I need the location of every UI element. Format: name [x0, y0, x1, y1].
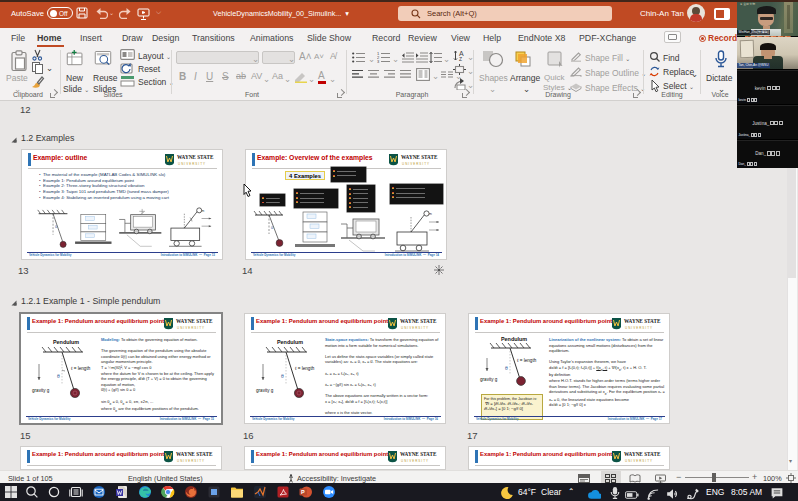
svg-text:P: P [301, 489, 305, 495]
svg-text:UNIVERSITY: UNIVERSITY [625, 326, 653, 330]
svg-text:WAYNE STATE: WAYNE STATE [624, 451, 661, 457]
svg-text:UNIVERSITY: UNIVERSITY [625, 459, 653, 463]
svg-text:WAYNE STATE: WAYNE STATE [176, 451, 213, 457]
svg-text:UNIVERSITY: UNIVERSITY [177, 459, 205, 463]
svg-text:gravity g: gravity g [32, 388, 50, 393]
svg-text:UNIVERSITY: UNIVERSITY [401, 459, 429, 463]
svg-text:UNIVERSITY: UNIVERSITY [178, 162, 206, 166]
svg-text:WAYNE STATE: WAYNE STATE [401, 154, 438, 160]
svg-text:UNIVERSITY: UNIVERSITY [401, 326, 429, 330]
svg-text:θ: θ [55, 225, 57, 229]
svg-text:WAYNE STATE: WAYNE STATE [624, 318, 661, 324]
svg-text:WAYNE STATE: WAYNE STATE [400, 318, 437, 324]
svg-text:UNIVERSITY: UNIVERSITY [402, 162, 430, 166]
svg-text:WAYNE STATE: WAYNE STATE [177, 154, 214, 160]
svg-text:ℓ = length: ℓ = length [295, 366, 315, 371]
svg-text:θ: θ [505, 365, 508, 371]
svg-text:Pendulum: Pendulum [53, 339, 79, 345]
svg-text:WAYNE STATE: WAYNE STATE [176, 318, 213, 324]
svg-text:Pendulum: Pendulum [501, 336, 527, 342]
svg-text:UNIVERSITY: UNIVERSITY [177, 326, 205, 330]
svg-text:ℓ = length: ℓ = length [71, 366, 91, 371]
svg-text:gravity g: gravity g [256, 388, 274, 393]
svg-text:Pendulum: Pendulum [277, 339, 303, 345]
svg-text:Z: Z [459, 56, 462, 62]
svg-text:ℓ = length: ℓ = length [517, 358, 537, 363]
svg-text:gravity g: gravity g [480, 377, 498, 382]
svg-text:WAYNE STATE: WAYNE STATE [400, 451, 437, 457]
svg-text:θ: θ [281, 373, 284, 379]
svg-text:3: 3 [377, 59, 380, 63]
svg-text:m: m [429, 212, 432, 216]
svg-text:θ: θ [57, 373, 60, 379]
svg-text:m: m [202, 209, 205, 213]
